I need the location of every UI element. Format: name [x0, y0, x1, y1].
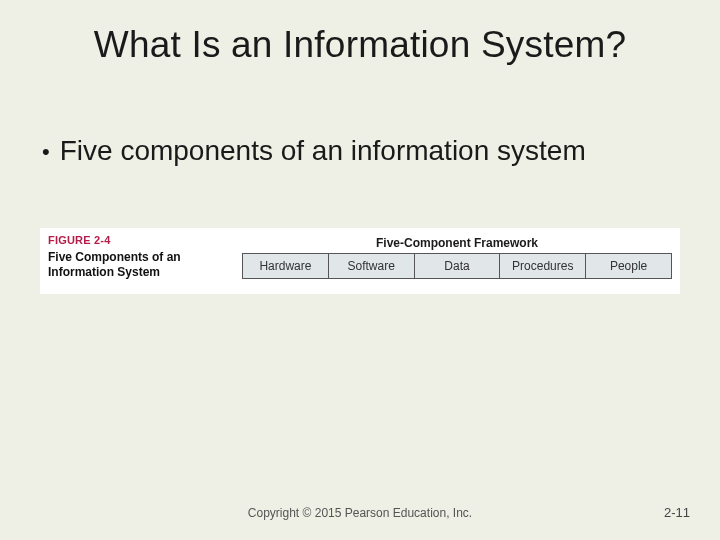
footer-page-number: 2-11: [664, 505, 690, 520]
figure-diagram: Five-Component Framework Hardware Softwa…: [242, 234, 672, 279]
framework-cell-procedures: Procedures: [500, 254, 586, 278]
framework-cell-data: Data: [415, 254, 501, 278]
framework-cell-hardware: Hardware: [243, 254, 329, 278]
slide: What Is an Information System? • Five co…: [0, 0, 720, 540]
framework-row: Hardware Software Data Procedures People: [242, 253, 672, 279]
bullet-marker: •: [42, 135, 50, 163]
bullet-item: • Five components of an information syst…: [42, 135, 680, 167]
framework-label: Five-Component Framework: [242, 236, 672, 250]
footer-copyright: Copyright © 2015 Pearson Education, Inc.: [0, 506, 720, 520]
figure-caption: FIGURE 2-4 Five Components of an Informa…: [48, 234, 238, 280]
figure-inner: FIGURE 2-4 Five Components of an Informa…: [48, 234, 672, 288]
figure-label: FIGURE 2-4: [48, 234, 238, 246]
figure-title: Five Components of an Information System: [48, 250, 238, 280]
slide-title: What Is an Information System?: [0, 24, 720, 66]
figure-box: FIGURE 2-4 Five Components of an Informa…: [40, 228, 680, 294]
bullet-text: Five components of an information system: [60, 135, 586, 167]
framework-cell-people: People: [586, 254, 671, 278]
framework-cell-software: Software: [329, 254, 415, 278]
